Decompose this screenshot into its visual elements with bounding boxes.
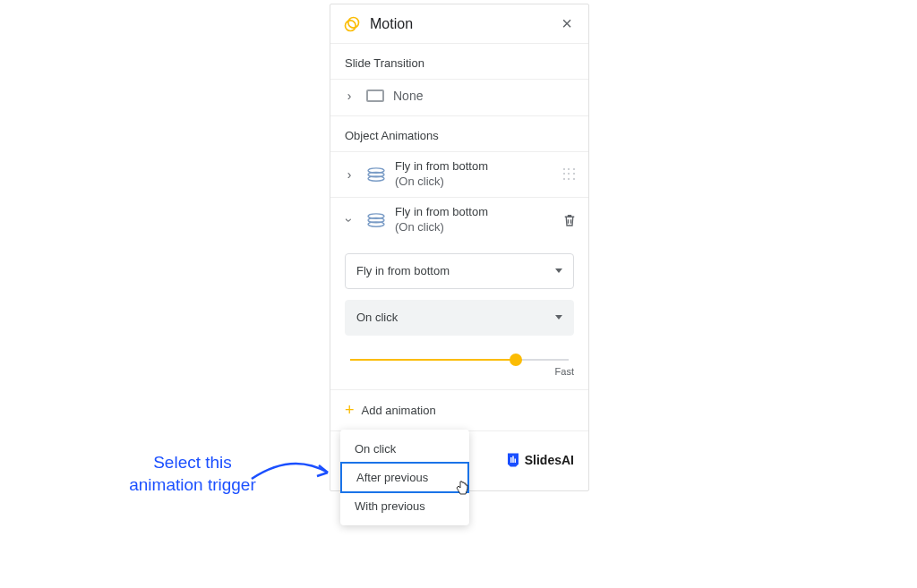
animation-item-text: Fly in from bottom (On click) bbox=[395, 159, 563, 190]
animation-trigger-value: On click bbox=[356, 311, 398, 324]
svg-point-0 bbox=[348, 17, 359, 28]
animation-item-1[interactable]: › Fly in from bottom (On click) bbox=[330, 152, 588, 197]
svg-rect-9 bbox=[512, 456, 514, 463]
motion-icon bbox=[343, 15, 361, 33]
svg-rect-8 bbox=[510, 457, 512, 463]
caret-down-icon bbox=[555, 315, 562, 320]
animation-name: Fly in from bottom bbox=[395, 159, 563, 175]
close-button[interactable]: × bbox=[558, 13, 576, 34]
animation-controls: Fly in from bottom On click Fast bbox=[330, 253, 588, 390]
animation-name: Fly in from bottom bbox=[395, 205, 561, 220]
drag-handle-icon[interactable] bbox=[563, 168, 576, 181]
slider-fill bbox=[350, 359, 516, 361]
slider-thumb[interactable] bbox=[510, 354, 522, 366]
dropdown-option-with-previous[interactable]: With previous bbox=[340, 492, 469, 520]
animation-item-2[interactable]: › Fly in from bottom (On click) bbox=[330, 198, 588, 243]
chevron-down-icon: › bbox=[342, 212, 356, 228]
object-thumbnail-icon bbox=[366, 166, 386, 183]
dropdown-option-after-previous[interactable]: After previous bbox=[340, 462, 469, 493]
brand-text: SlidesAI bbox=[525, 453, 574, 467]
transition-value: None bbox=[393, 89, 423, 103]
speed-slider[interactable] bbox=[345, 359, 574, 361]
svg-rect-10 bbox=[514, 458, 516, 463]
slide-icon bbox=[366, 89, 384, 102]
callout-arrow bbox=[247, 447, 337, 492]
dropdown-option-on-click[interactable]: On click bbox=[340, 435, 469, 463]
brand-badge: SlidesAI bbox=[505, 452, 574, 468]
brand-icon bbox=[505, 452, 521, 468]
panel-title: Motion bbox=[370, 16, 558, 32]
animation-trigger: (On click) bbox=[395, 220, 561, 235]
add-animation-label: Add animation bbox=[362, 404, 436, 417]
slider-labels: Fast bbox=[345, 366, 574, 377]
animation-type-select[interactable]: Fly in from bottom bbox=[345, 253, 574, 289]
svg-point-1 bbox=[346, 20, 356, 30]
fast-label: Fast bbox=[555, 366, 574, 377]
motion-panel: Motion × Slide Transition › None Object … bbox=[330, 4, 589, 491]
slider-track bbox=[350, 359, 569, 361]
animation-type-value: Fly in from bottom bbox=[356, 264, 450, 277]
add-animation-button[interactable]: + Add animation bbox=[330, 390, 588, 430]
trigger-dropdown: On click After previous With previous bbox=[340, 430, 469, 525]
plus-icon: + bbox=[345, 401, 355, 420]
chevron-right-icon: › bbox=[341, 167, 357, 182]
chevron-right-icon: › bbox=[341, 89, 357, 103]
object-thumbnail-icon bbox=[366, 212, 386, 228]
animation-trigger-select[interactable]: On click bbox=[345, 300, 574, 336]
delete-icon[interactable] bbox=[561, 212, 578, 228]
transition-row[interactable]: › None bbox=[330, 80, 588, 115]
panel-header: Motion × bbox=[330, 4, 588, 44]
animation-item-text: Fly in from bottom (On click) bbox=[395, 205, 561, 235]
caret-down-icon bbox=[555, 268, 562, 273]
animation-trigger: (On click) bbox=[395, 175, 563, 190]
object-animations-label: Object Animations bbox=[330, 116, 588, 151]
slide-transition-label: Slide Transition bbox=[330, 44, 588, 79]
